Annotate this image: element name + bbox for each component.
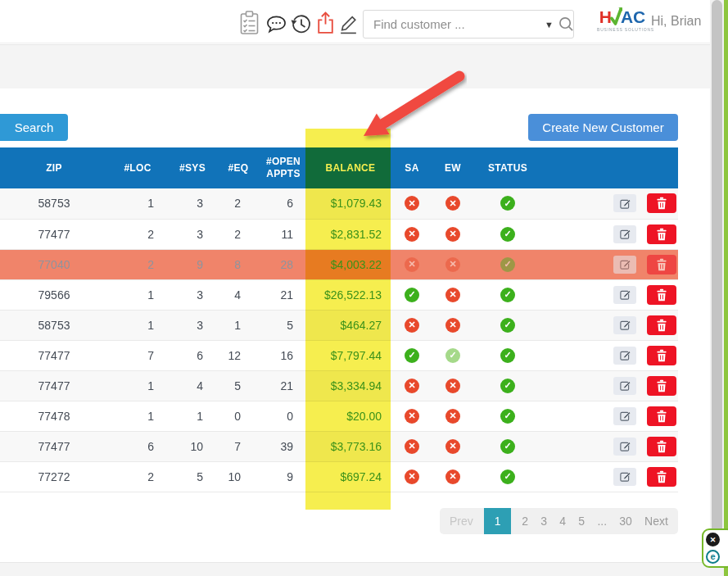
zip-cell: 77478 <box>0 401 108 431</box>
delete-button[interactable] <box>647 225 676 244</box>
delete-button[interactable] <box>647 437 676 456</box>
customer-row[interactable]: 77272 2 5 10 9 $697.24 ✕ ✕ ✓ <box>0 461 678 492</box>
table-header-row: ZIP #LOC #SYS #EQ #OPEN APPTS BALANCE SA… <box>0 147 678 188</box>
col-loc[interactable]: #LOC <box>108 147 167 188</box>
history-icon[interactable] <box>290 13 312 38</box>
hvac-logo[interactable]: H AC BUSINESS SOLUTIONS <box>597 7 648 32</box>
create-new-customer-button[interactable]: Create New Customer <box>528 114 678 141</box>
appts-cell: 39 <box>259 431 308 461</box>
appts-cell: 0 <box>259 401 308 431</box>
col-balance[interactable]: BALANCE <box>308 147 393 188</box>
top-bar: ▼ H AC BUSINESS SOLUTIONS Hi, Bria <box>0 0 728 43</box>
loc-cell: 6 <box>108 431 167 461</box>
check-icon: ✓ <box>500 379 515 393</box>
customer-row[interactable]: 77478 1 1 0 0 $20.00 ✕ ✕ ✓ <box>0 401 678 431</box>
widget-brand-icon[interactable]: e <box>706 550 720 564</box>
sa-cell: ✕ <box>393 461 431 492</box>
customer-row[interactable]: 77477 6 10 7 39 $3,773.16 ✕ ✕ ✓ <box>0 431 678 461</box>
check-icon: ✓ <box>500 439 515 454</box>
customer-row[interactable]: 58753 1 3 1 5 $464.27 ✕ ✕ ✓ <box>0 310 678 340</box>
col-status[interactable]: STATUS <box>475 147 540 188</box>
loc-cell: 1 <box>108 188 167 219</box>
sa-cell: ✓ <box>393 340 431 370</box>
delete-button[interactable] <box>647 376 676 396</box>
edit-button[interactable] <box>613 407 636 425</box>
page-5[interactable]: 5 <box>578 515 585 528</box>
loc-cell: 1 <box>108 401 167 431</box>
page-4[interactable]: 4 <box>559 515 566 528</box>
delete-button[interactable] <box>647 467 676 487</box>
page-30[interactable]: 30 <box>619 515 632 528</box>
status-cell: ✓ <box>475 249 540 279</box>
edit-button[interactable] <box>613 256 636 274</box>
logo-caption: BUSINESS SOLUTIONS <box>597 27 648 32</box>
page-1[interactable]: 1 <box>484 508 511 534</box>
delete-button[interactable] <box>647 406 676 426</box>
col-ew[interactable]: EW <box>431 147 475 188</box>
customer-row[interactable]: 77477 7 6 12 16 $7,797.44 ✓ ✓ ✓ <box>0 340 678 370</box>
sa-cell: ✓ <box>393 279 431 310</box>
x-icon: ✕ <box>405 227 419 242</box>
scrollbar-track[interactable] <box>710 0 724 576</box>
zip-cell: 77272 <box>0 461 108 492</box>
customer-search-box: ▼ <box>363 10 574 39</box>
edit-button[interactable] <box>613 377 636 395</box>
sys-cell: 5 <box>167 461 218 492</box>
delete-button[interactable] <box>647 285 676 305</box>
logo-ac: AC <box>621 8 645 26</box>
search-button[interactable]: Search <box>0 114 68 141</box>
customer-row[interactable]: 77040 2 9 8 28 $4,003.22 ✕ ✕ ✓ <box>0 249 678 279</box>
ew-cell: ✕ <box>431 249 475 279</box>
upload-icon[interactable] <box>316 11 335 37</box>
actions-cell <box>540 279 678 310</box>
edit-button[interactable] <box>613 438 636 456</box>
customer-list-page: ▼ H AC BUSINESS SOLUTIONS Hi, Bria <box>0 0 728 576</box>
customer-row[interactable]: 77477 2 3 2 11 $2,831.52 ✕ ✕ ✓ <box>0 219 678 249</box>
edit-button[interactable] <box>613 347 636 365</box>
col-zip[interactable]: ZIP <box>0 147 108 188</box>
page-ellipsis: ... <box>597 515 607 528</box>
edit-button[interactable] <box>613 225 636 243</box>
loc-cell: 1 <box>108 310 167 340</box>
edit-button[interactable] <box>613 316 636 334</box>
delete-button[interactable] <box>647 255 676 274</box>
edit-button[interactable] <box>613 286 636 304</box>
sys-cell: 9 <box>167 249 218 279</box>
search-dropdown-caret-icon[interactable]: ▼ <box>543 20 558 29</box>
page-next[interactable]: Next <box>644 515 668 528</box>
chat-icon[interactable] <box>266 15 287 37</box>
balance-cell: $697.24 <box>308 461 393 492</box>
delete-button[interactable] <box>647 315 676 335</box>
page-prev[interactable]: Prev <box>450 515 473 528</box>
customer-row[interactable]: 79566 1 3 4 21 $26,522.13 ✓ ✕ ✓ <box>0 279 678 310</box>
check-icon: ✓ <box>500 288 515 302</box>
customer-row[interactable]: 58753 1 3 2 6 $1,079.43 ✕ ✕ ✓ <box>0 188 678 219</box>
clipboard-checklist-icon[interactable] <box>239 11 260 38</box>
compose-pencil-icon[interactable] <box>337 13 359 38</box>
appts-cell: 6 <box>259 188 308 219</box>
scrollbar-thumb[interactable] <box>712 0 722 541</box>
col-sys[interactable]: #SYS <box>167 147 218 188</box>
eq-cell: 0 <box>218 401 259 431</box>
customer-search-input[interactable] <box>364 17 543 31</box>
x-icon: ✕ <box>445 409 460 424</box>
delete-button[interactable] <box>647 346 676 365</box>
ew-cell: ✕ <box>431 461 475 492</box>
sys-cell: 3 <box>167 219 218 249</box>
sa-cell: ✕ <box>393 249 431 279</box>
search-magnifier-icon[interactable] <box>558 16 581 32</box>
page-3[interactable]: 3 <box>540 515 547 528</box>
col-open-appts[interactable]: #OPEN APPTS <box>259 147 308 188</box>
delete-button[interactable] <box>647 193 676 213</box>
edit-button[interactable] <box>613 194 636 212</box>
page-2[interactable]: 2 <box>522 515 528 528</box>
status-cell: ✓ <box>475 401 540 431</box>
actions-cell <box>540 340 678 370</box>
widget-close-icon[interactable]: ✕ <box>706 533 720 547</box>
check-icon: ✓ <box>500 409 515 424</box>
edit-button[interactable] <box>613 468 636 486</box>
customer-row[interactable]: 77477 1 4 5 21 $3,334.94 ✕ ✕ ✓ <box>0 370 678 401</box>
col-eq[interactable]: #EQ <box>218 147 259 188</box>
zip-cell: 77477 <box>0 340 108 370</box>
col-sa[interactable]: SA <box>393 147 431 188</box>
